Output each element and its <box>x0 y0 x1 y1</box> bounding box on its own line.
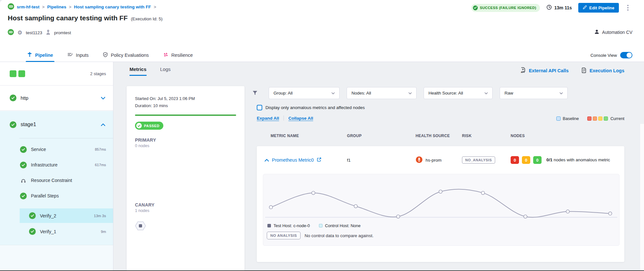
execution-stages-sidebar: 2 stages http stage1 <box>0 62 113 271</box>
column-header: GROUP <box>347 134 416 138</box>
stage1-label: stage1 <box>21 122 36 127</box>
stage-count-label: 2 stages <box>90 71 106 76</box>
execution-logs-link[interactable]: Execution Logs <box>582 67 624 74</box>
current-swatch-green <box>604 116 608 121</box>
test-host-label: Test Host: c-node-0 <box>274 223 310 228</box>
stages-summary: 2 stages <box>0 62 113 85</box>
view-mode-dropdown[interactable]: Raw <box>500 87 568 99</box>
step-infrastructure[interactable]: Infrastructure 617ms <box>0 157 113 173</box>
scrollbar-track[interactable] <box>640 124 644 271</box>
passed-badge: PASSED <box>135 122 163 130</box>
nodes-cell: 0 0 0 0/1 nodes with anomalous metric <box>511 156 615 164</box>
sidebar-stage-http[interactable]: http <box>0 85 113 111</box>
nodes-summary-text: nodes with anomalous metric <box>554 157 610 162</box>
title-row: Host sampling canary testing with FF (Ex… <box>8 14 163 22</box>
chevron-down-icon[interactable] <box>101 95 105 101</box>
health-source-cell: hs-prom <box>416 156 462 164</box>
success-check-icon <box>20 146 27 153</box>
stage-status-square <box>10 70 16 77</box>
chevron-down-icon <box>409 91 412 95</box>
collapse-metric-chevron[interactable] <box>264 157 269 163</box>
total-duration-label: 13m 11s <box>554 5 572 10</box>
metric-line-chart[interactable] <box>263 174 619 223</box>
tab-pipeline[interactable]: Pipeline <box>27 48 53 62</box>
anomalous-only-checkbox[interactable] <box>257 105 262 110</box>
tab-logs[interactable]: Logs <box>160 66 171 72</box>
tab-pipeline-label: Pipeline <box>35 53 53 58</box>
console-view-panel: Metrics Logs API External API Calls Exec… <box>113 62 644 271</box>
success-check-icon <box>473 5 478 10</box>
tab-policy-evaluations[interactable]: Policy Evaluations <box>103 48 149 62</box>
edit-pipeline-label: Edit Pipeline <box>589 5 614 10</box>
group-filter-dropdown[interactable]: Group: All <box>269 87 340 99</box>
step-verify-1[interactable]: Verify_1 9m <box>20 224 113 239</box>
control-host-label: Control Host: None <box>325 223 361 228</box>
success-check-icon <box>10 121 16 128</box>
step-service[interactable]: Service 857ms <box>0 142 113 157</box>
expand-all-link[interactable]: Expand All <box>257 116 279 121</box>
chevron-down-icon <box>485 91 488 95</box>
metric-name-link[interactable]: Prometheus Metric0 <box>272 157 314 163</box>
step-duration: 857ms <box>95 147 106 151</box>
console-view-label: Console View <box>591 53 617 58</box>
column-header: NODES <box>511 134 525 138</box>
breadcrumb-pipeline-name[interactable]: Host sampling canary testing with FF <box>74 5 151 9</box>
anomalous-filter-row: Display only anomalous metrics and affec… <box>257 105 365 110</box>
divider <box>19 138 113 138</box>
current-swatch-orange <box>593 116 597 121</box>
step-duration: 617ms <box>95 163 106 167</box>
nodes-filter-value: Nodes: All <box>351 91 371 95</box>
control-host-swatch <box>319 224 322 227</box>
external-link-icon[interactable] <box>317 157 322 163</box>
nodes-filter-dropdown[interactable]: Nodes: All <box>347 87 417 99</box>
more-options-menu[interactable] <box>625 3 630 12</box>
breadcrumb-pipelines[interactable]: Pipelines <box>47 5 66 9</box>
host-legend: Test Host: c-node-0 Control Host: None <box>263 223 619 228</box>
breadcrumb: srm-hf-test > Pipelines > Host sampling … <box>8 3 156 11</box>
column-header: RISK <box>462 134 511 138</box>
sidebar-footer-area <box>0 245 113 271</box>
service-name[interactable]: test1123 <box>26 30 42 35</box>
stage-status-square <box>18 70 25 77</box>
analysis-status-row: NO ANALYSIS No control data to compare a… <box>263 228 619 239</box>
step-verify-2-selected[interactable]: Verify_2 13m 3s <box>20 208 113 223</box>
table-row: Prometheus Metric0 f1 hs-prom NO_ANALYSI… <box>257 146 624 174</box>
environment-icon <box>46 30 51 36</box>
filter-funnel-icon[interactable] <box>252 90 258 97</box>
breadcrumb-project[interactable]: srm-hf-test <box>17 5 40 9</box>
external-api-calls-link[interactable]: API External API Calls <box>520 67 569 74</box>
health-source-filter-dropdown[interactable]: Health Source: All <box>424 87 493 99</box>
step-resource-constraint[interactable]: Resource Constraint <box>0 173 113 188</box>
console-view-toggle[interactable] <box>620 52 632 58</box>
primary-node-count: 0 nodes <box>135 144 236 148</box>
no-analysis-badge: NO ANALYSIS <box>267 232 301 239</box>
environment-name[interactable]: promtest <box>54 30 71 35</box>
harness-logo-icon <box>8 3 14 11</box>
success-check-icon <box>29 212 36 219</box>
tab-inputs-label: Inputs <box>76 53 89 58</box>
step-label: Parallel Steps <box>31 193 59 198</box>
step-duration: 9m <box>101 230 106 234</box>
tab-metrics[interactable]: Metrics <box>130 66 147 76</box>
canary-label: CANARY <box>135 202 236 207</box>
chevron-up-icon[interactable] <box>101 122 105 127</box>
baseline-label: Baseline <box>563 116 579 121</box>
step-parallel-steps[interactable]: Parallel Steps <box>0 188 113 204</box>
step-label: Resource Constraint <box>31 178 72 183</box>
chart-color-legend: Baseline Current <box>556 116 624 121</box>
header-actions: SUCCESS (FAILURE IGNORED) 13m 11s Edit P… <box>471 3 630 13</box>
tab-inputs[interactable]: Inputs <box>67 48 89 62</box>
tab-resilience-label: Resilience <box>171 53 193 58</box>
shield-check-icon <box>103 52 108 58</box>
canary-node-icon[interactable] <box>135 221 236 232</box>
edit-pipeline-button[interactable]: Edit Pipeline <box>578 3 619 13</box>
collapse-all-link[interactable]: Collapse All <box>288 116 313 121</box>
breadcrumb-separator: > <box>154 5 156 9</box>
current-swatch-yellow <box>598 116 602 121</box>
health-source-name: hs-prom <box>426 158 442 163</box>
tab-resilience[interactable]: Resilience <box>163 48 193 62</box>
analysis-message: No control data to compare against. <box>305 233 374 238</box>
nodes-summary: 0/1 nodes with anomalous metric <box>546 157 615 163</box>
breadcrumb-separator: > <box>69 5 72 9</box>
sidebar-stage-stage1[interactable]: stage1 <box>0 111 113 138</box>
